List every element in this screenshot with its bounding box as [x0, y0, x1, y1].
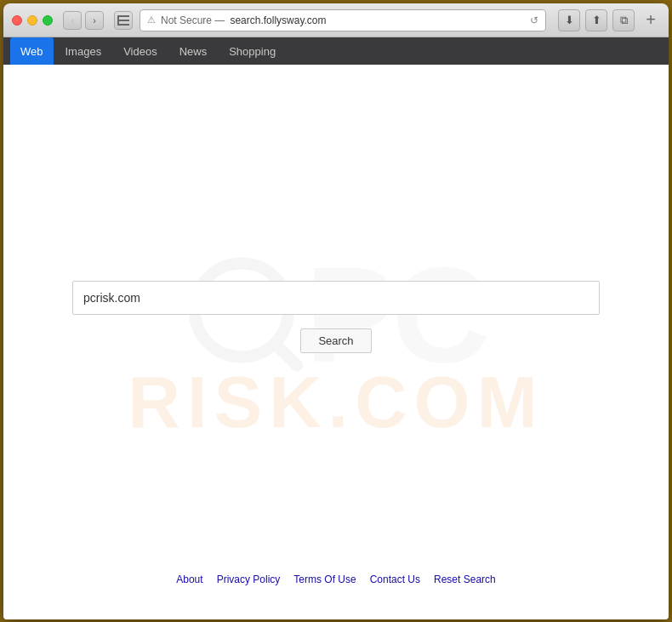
- add-tab-button[interactable]: +: [641, 11, 660, 30]
- download-button[interactable]: ⬇: [558, 9, 580, 31]
- maximize-button[interactable]: [43, 15, 53, 26]
- nav-item-web[interactable]: Web: [10, 37, 54, 65]
- svg-rect-1: [117, 20, 129, 21]
- nav-item-news[interactable]: News: [169, 37, 218, 65]
- svg-rect-2: [117, 24, 129, 26]
- page-content: PC RISK.COM Search About Privacy Policy …: [3, 65, 669, 619]
- search-input[interactable]: [72, 281, 600, 315]
- address-bar[interactable]: ⚠ Not Secure — search.follysway.com ↺: [140, 9, 546, 31]
- search-area: Search: [72, 281, 600, 353]
- browser-window: ‹ › ⚠ Not Secure — search.follysway.com …: [3, 3, 669, 619]
- toolbar-right: ⬇ ⬆ ⧉: [558, 9, 635, 31]
- privacy-policy-link[interactable]: Privacy Policy: [217, 573, 281, 585]
- nav-bar: Web Images Videos News Shopping: [3, 37, 669, 65]
- url-text: search.follysway.com: [230, 14, 326, 26]
- risk-watermark-text: RISK.COM: [3, 366, 669, 438]
- nav-buttons: ‹ ›: [63, 11, 104, 30]
- minimize-button[interactable]: [27, 15, 37, 26]
- title-bar: ‹ › ⚠ Not Secure — search.follysway.com …: [3, 3, 669, 37]
- contact-us-link[interactable]: Contact Us: [370, 573, 420, 585]
- nav-item-images[interactable]: Images: [55, 37, 112, 65]
- search-button[interactable]: Search: [300, 328, 371, 353]
- about-link[interactable]: About: [176, 573, 202, 585]
- svg-rect-0: [117, 15, 129, 17]
- new-tab-button[interactable]: ⧉: [612, 9, 635, 31]
- not-secure-label: Not Secure —: [161, 14, 225, 26]
- sidebar-button[interactable]: [114, 11, 133, 30]
- terms-of-use-link[interactable]: Terms Of Use: [293, 573, 356, 585]
- refresh-button[interactable]: ↺: [530, 14, 538, 26]
- back-button[interactable]: ‹: [63, 11, 82, 30]
- security-icon: ⚠: [147, 14, 156, 26]
- svg-rect-3: [117, 15, 119, 26]
- forward-button[interactable]: ›: [85, 11, 104, 30]
- nav-item-shopping[interactable]: Shopping: [219, 37, 286, 65]
- traffic-lights: [12, 15, 53, 26]
- footer-links: About Privacy Policy Terms Of Use Contac…: [176, 573, 495, 585]
- close-button[interactable]: [12, 15, 22, 26]
- nav-item-videos[interactable]: Videos: [113, 37, 168, 65]
- reset-search-link[interactable]: Reset Search: [434, 573, 496, 585]
- share-button[interactable]: ⬆: [585, 9, 607, 31]
